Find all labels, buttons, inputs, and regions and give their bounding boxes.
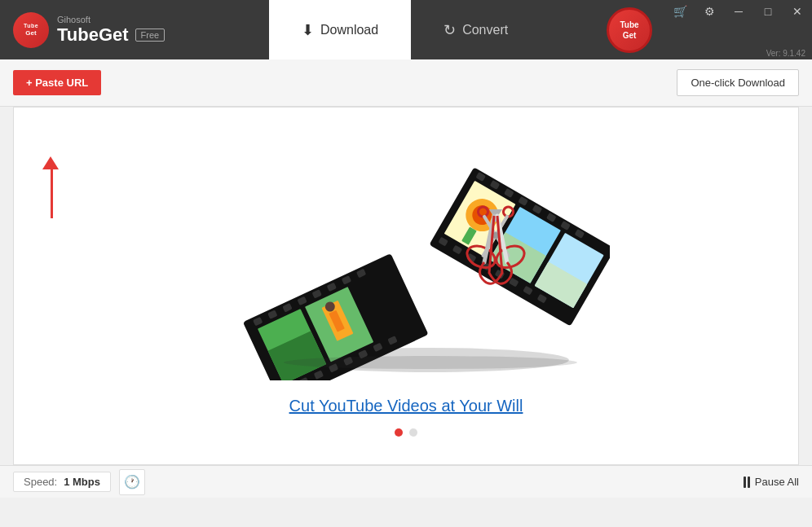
nav-tabs: ⬇ Download ↻ Convert bbox=[269, 0, 594, 59]
settings-button[interactable]: ⚙ bbox=[695, 0, 724, 23]
app-name-group: Gihosoft TubeGet Free bbox=[57, 15, 165, 46]
tubeget-line1: Tube bbox=[620, 20, 638, 30]
carousel-dot-2[interactable] bbox=[409, 428, 417, 437]
window-controls: 🛒 ⚙ ─ □ ✕ bbox=[665, 0, 812, 23]
speed-info: Speed: 1 Mbps bbox=[13, 472, 111, 492]
arrow-head-icon bbox=[42, 156, 59, 169]
film-illustration bbox=[202, 136, 610, 380]
paste-url-area: + Paste URL bbox=[13, 70, 101, 95]
toolbar: + Paste URL One-click Download bbox=[0, 59, 812, 107]
arrow-indicator bbox=[42, 156, 59, 218]
tubeget-badge: Tube Get bbox=[607, 7, 652, 53]
arrow-line bbox=[51, 169, 53, 218]
speed-value: 1 Mbps bbox=[64, 476, 100, 488]
statusbar-right: Pause All bbox=[744, 476, 799, 488]
one-click-download-button[interactable]: One-click Download bbox=[677, 69, 799, 96]
tab-download[interactable]: ⬇ Download bbox=[269, 0, 411, 59]
statusbar-left: Speed: 1 Mbps 🕐 bbox=[13, 469, 145, 495]
tab-convert[interactable]: ↻ Convert bbox=[411, 0, 541, 59]
statusbar: Speed: 1 Mbps 🕐 Pause All bbox=[0, 465, 812, 498]
app-title: TubeGet Free bbox=[57, 24, 165, 46]
tubeget-line2: Get bbox=[623, 30, 637, 41]
version-label: Ver: 9.1.42 bbox=[760, 47, 812, 59]
pause-all-label: Pause All bbox=[755, 476, 799, 488]
close-button[interactable]: ✕ bbox=[783, 0, 812, 23]
free-badge: Free bbox=[135, 29, 165, 42]
pause-all-button[interactable]: Pause All bbox=[744, 476, 799, 488]
carousel-dot-1[interactable] bbox=[395, 428, 403, 437]
app-logo-area: Tube Get Gihosoft TubeGet Free bbox=[0, 12, 269, 48]
convert-tab-icon: ↻ bbox=[444, 21, 456, 39]
convert-tab-label: Convert bbox=[462, 23, 508, 37]
minimize-button[interactable]: ─ bbox=[724, 0, 753, 23]
svg-point-56 bbox=[284, 356, 577, 369]
feature-title-link[interactable]: Cut YouTube Videos at Your Will bbox=[289, 397, 523, 415]
history-button[interactable]: 🕐 bbox=[119, 469, 145, 495]
restore-button[interactable]: □ bbox=[753, 0, 783, 23]
download-tab-icon: ⬇ bbox=[302, 21, 314, 39]
speed-label: Speed: bbox=[24, 476, 57, 488]
app-logo-icon: Tube Get bbox=[13, 12, 49, 48]
carousel-dots bbox=[395, 428, 417, 437]
titlebar-right: 🛒 ⚙ ─ □ ✕ Ver: 9.1.42 bbox=[665, 0, 812, 59]
pause-bar-2 bbox=[748, 476, 750, 488]
main-content-area: Cut YouTube Videos at Your Will bbox=[13, 107, 799, 465]
pause-bar-1 bbox=[744, 476, 746, 488]
download-tab-label: Download bbox=[320, 23, 378, 37]
paste-url-button[interactable]: + Paste URL bbox=[13, 70, 101, 95]
pause-icon bbox=[744, 476, 750, 488]
company-name: Gihosoft bbox=[57, 15, 165, 24]
titlebar: Tube Get Gihosoft TubeGet Free ⬇ Downloa… bbox=[0, 0, 812, 59]
film-strip-svg bbox=[202, 136, 610, 380]
cart-button[interactable]: 🛒 bbox=[665, 0, 695, 23]
